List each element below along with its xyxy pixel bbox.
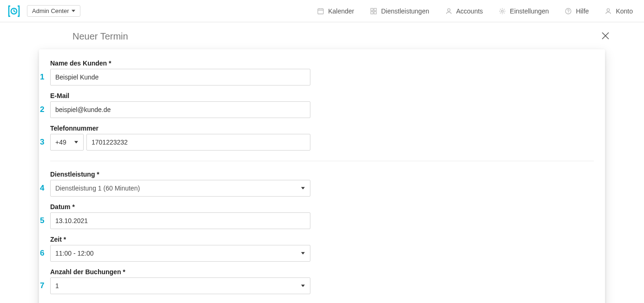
date-input[interactable] xyxy=(50,212,310,229)
bookings-select[interactable]: 1 xyxy=(50,277,310,294)
nav-services[interactable]: Dienstleistungen xyxy=(370,7,429,15)
svg-point-10 xyxy=(501,10,503,12)
caret-down-icon xyxy=(72,10,75,12)
page-header: Neuer Termin xyxy=(22,29,622,49)
admin-center-label: Admin Center xyxy=(32,7,69,14)
nav-account-label: Konto xyxy=(616,7,633,15)
close-button[interactable] xyxy=(598,29,613,44)
profile-icon xyxy=(605,7,612,15)
gear-icon xyxy=(499,7,506,15)
nav-settings-label: Einstellungen xyxy=(510,7,549,15)
service-select[interactable]: Dienstleistung 1 (60 Minuten) xyxy=(50,180,310,197)
nav-help-label: Hilfe xyxy=(576,7,589,15)
svg-point-12 xyxy=(568,12,569,13)
content-area: Neuer Termin Name des Kunden * 1 E-Mail … xyxy=(0,22,644,303)
service-value: Dienstleistung 1 (60 Minuten) xyxy=(55,184,140,192)
bookings-label: Anzahl der Buchungen * xyxy=(50,268,310,276)
customer-name-label: Name des Kunden * xyxy=(50,59,310,67)
email-label: E-Mail xyxy=(50,92,310,99)
field-customer-name: Name des Kunden * 1 xyxy=(50,59,310,86)
svg-rect-7 xyxy=(371,12,373,14)
appointment-form-section2: Dienstleistung * 4 Dienstleistung 1 (60 … xyxy=(50,171,310,303)
customer-name-input[interactable] xyxy=(50,69,310,86)
nav-accounts-label: Accounts xyxy=(456,7,483,15)
annotation-4: 4 xyxy=(40,184,44,193)
nav-help[interactable]: Hilfe xyxy=(565,7,589,15)
app-logo xyxy=(7,5,20,18)
date-label: Datum * xyxy=(50,203,310,211)
page-title: Neuer Termin xyxy=(72,31,128,42)
topbar: Admin Center Kalender Dienstleistungen A… xyxy=(0,0,644,22)
user-icon xyxy=(445,7,453,15)
time-select[interactable]: 11:00 - 12:00 xyxy=(50,245,310,262)
nav-calendar-label: Kalender xyxy=(328,7,354,15)
annotation-6: 6 xyxy=(40,249,44,258)
svg-rect-5 xyxy=(371,8,373,11)
help-icon xyxy=(565,7,572,15)
grid-icon xyxy=(370,7,377,15)
nav-calendar[interactable]: Kalender xyxy=(317,7,354,15)
svg-point-9 xyxy=(447,8,450,11)
service-label: Dienstleistung * xyxy=(50,171,310,178)
calendar-icon xyxy=(317,7,324,15)
topbar-left: Admin Center xyxy=(7,5,80,18)
annotation-7: 7 xyxy=(40,281,44,290)
email-input[interactable] xyxy=(50,101,310,118)
form-panel: Name des Kunden * 1 E-Mail 2 Telefonnumm… xyxy=(39,49,605,303)
annotation-1: 1 xyxy=(40,72,44,82)
annotation-2: 2 xyxy=(40,105,44,114)
field-email: E-Mail 2 xyxy=(50,92,310,118)
annotation-3: 3 xyxy=(40,138,44,147)
annotation-5: 5 xyxy=(40,216,44,225)
field-service: Dienstleistung * 4 Dienstleistung 1 (60 … xyxy=(50,171,310,197)
svg-rect-6 xyxy=(374,8,376,11)
topbar-right: Kalender Dienstleistungen Accounts Einst… xyxy=(317,7,633,15)
nav-account[interactable]: Konto xyxy=(605,7,633,15)
appointment-form: Name des Kunden * 1 E-Mail 2 Telefonnumm… xyxy=(50,59,310,151)
phone-prefix-select[interactable] xyxy=(50,134,84,151)
field-phone: Telefonnummer 3 xyxy=(50,125,310,151)
phone-label: Telefonnummer xyxy=(50,125,310,132)
field-bookings: Anzahl der Buchungen * 7 1 xyxy=(50,268,310,294)
field-time: Zeit * 6 11:00 - 12:00 xyxy=(50,236,310,262)
close-icon xyxy=(601,32,610,40)
admin-center-dropdown[interactable]: Admin Center xyxy=(27,5,80,17)
nav-settings[interactable]: Einstellungen xyxy=(499,7,549,15)
field-date: Datum * 5 xyxy=(50,203,310,229)
nav-services-label: Dienstleistungen xyxy=(381,7,429,15)
svg-rect-8 xyxy=(374,12,376,14)
bookings-value: 1 xyxy=(55,282,59,290)
phone-number-input[interactable] xyxy=(86,134,310,151)
time-value: 11:00 - 12:00 xyxy=(55,250,94,257)
svg-point-13 xyxy=(607,8,610,11)
phone-prefix-value[interactable] xyxy=(50,134,84,151)
nav-accounts[interactable]: Accounts xyxy=(445,7,483,15)
time-label: Zeit * xyxy=(50,236,310,243)
svg-rect-1 xyxy=(318,9,323,14)
section-divider xyxy=(50,161,594,161)
